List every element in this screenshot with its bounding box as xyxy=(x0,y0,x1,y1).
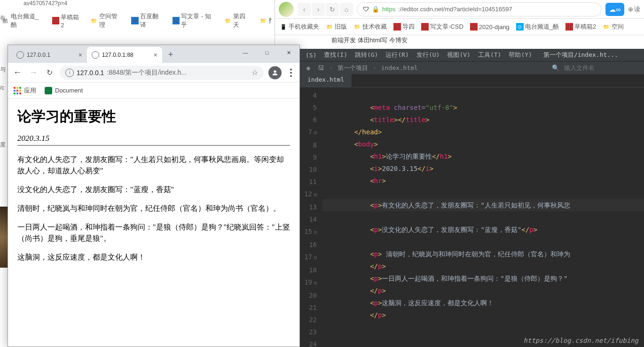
preview-icon[interactable]: ◉ xyxy=(305,64,312,72)
bookmark-item[interactable]: C草稿箱2 xyxy=(565,23,596,31)
pycharm-icon xyxy=(45,87,52,94)
chrome-toolbar: ← → ↻ i 127.0.0.1:8848/第一个项目/index.h... … xyxy=(8,63,299,83)
bookmark-item[interactable]: 📁空间管理 xyxy=(90,12,123,29)
avatar[interactable] xyxy=(279,2,294,17)
bg-bookmark-bar: 酷电台频道_酷 C草稿箱2 📁空间管理 译百度翻译 知写文章 - 知乎 📁第四天… xyxy=(0,15,275,26)
folder-icon: 📁 xyxy=(90,17,98,24)
paragraph: 这脑洞，这反应速度，都是文化人啊！ xyxy=(17,252,290,263)
line-gutter: 4 5 6 7⊟ 8 9 10 11 12⊟ 13 14 15⊟ 16 17⊟ … xyxy=(300,87,322,347)
bookmark-item[interactable]: 酷电台频道_酷 xyxy=(2,12,44,29)
folder-icon: 📁 xyxy=(353,23,361,31)
folder-icon: 📁 xyxy=(326,23,333,31)
apps-button[interactable]: 应用 xyxy=(14,86,36,95)
site-icon: C xyxy=(52,17,60,24)
editor-tab-strip: index.html xyxy=(300,74,644,87)
left-edge-clipped: 有 与 /c 度 xyxy=(0,14,8,347)
browser-tab[interactable]: 127.0.0.1 × xyxy=(12,47,87,63)
menu-item[interactable]: 视图(V) xyxy=(444,50,473,60)
forward-button[interactable]: › xyxy=(312,3,325,16)
paragraph: 有文化的人失恋了，发朋友圈写："人生若只如初见，何事秋风悲画扇。等闲变却故人心，… xyxy=(17,154,290,177)
address-bar[interactable]: i 127.0.0.1:8848/第一个项目/index.h... ☆ xyxy=(60,66,264,80)
bg-url-fragment: av45705742?p=4 xyxy=(24,0,67,7)
bookmark-item[interactable]: 📁第四天 xyxy=(225,12,251,29)
cloud-sync-icon[interactable]: ☁∞ xyxy=(605,3,624,16)
editor-breadcrumb-bar: ◉ 🖫 › 第一个项目 › index.html 🔍 xyxy=(300,61,644,74)
globe-icon xyxy=(16,51,24,59)
paragraph: 一日两人一起喝酒，和珅指着一条狗问："是狼（侍郎）是狗？"纪晓岚回答："上竖（尚… xyxy=(17,222,290,244)
address-bar[interactable]: 🛡 🔒 https://editor.csdn.net/md?articleId… xyxy=(357,2,602,16)
chrome-browser-window: 127.0.0.1 × 127.0.0.1:88 × + — □ ✕ ← → ↻… xyxy=(8,45,300,347)
menu-item[interactable]: 工具(T) xyxy=(475,50,504,60)
bookmark-item[interactable]: C导四 xyxy=(393,23,415,31)
bookmark-bar: 📱手机收藏夹 📁旧版 📁技术收藏 C导四 C写文章-CSD C2020-djan… xyxy=(275,19,644,35)
new-tab-button[interactable]: + xyxy=(164,48,177,61)
reload-button[interactable]: ↻ xyxy=(44,67,55,78)
menu-item[interactable]: 帮助(Y) xyxy=(506,50,534,60)
editor-menu-bar: (S) 查找(I) 跳转(G) 运行(R) 发行(U) 视图(V) 工具(T) … xyxy=(300,49,644,61)
bookmark-item[interactable]: 📁空间 xyxy=(603,23,624,31)
lock-icon: 🔒 xyxy=(372,6,379,13)
bookmark-item[interactable]: ⊙电台频道_酷 xyxy=(516,23,559,31)
code-area[interactable]: 4 5 6 7⊟ 8 9 10 11 12⊟ 13 14 15⊟ 16 17⊟ … xyxy=(300,87,644,347)
apps-grid-icon xyxy=(14,87,21,94)
close-window-button[interactable]: ✕ xyxy=(278,45,299,60)
menu-item[interactable]: 跳转(G) xyxy=(352,50,381,60)
home-button[interactable]: ⌂ xyxy=(340,3,353,16)
bookmark-item[interactable]: Document xyxy=(45,87,83,94)
site-icon: C xyxy=(393,23,401,31)
shield-icon: 🛡 xyxy=(363,6,369,13)
folder-icon: 📁 xyxy=(225,17,232,24)
bookmark-item[interactable]: 译百度翻译 xyxy=(131,12,164,29)
breadcrumb-item[interactable]: 第一个项目 xyxy=(338,64,368,72)
back-button[interactable]: ‹ xyxy=(298,3,311,16)
menu-item[interactable]: (S) xyxy=(303,51,319,60)
menu-item[interactable]: 运行(R) xyxy=(383,50,411,60)
page-date: 2020.3.15 xyxy=(17,134,290,143)
url-path: :8848/第一个项目/index.h... xyxy=(107,69,187,77)
menu-item[interactable]: 发行(U) xyxy=(414,50,442,60)
bookmark-item[interactable]: C2020-djang xyxy=(470,23,510,31)
reload-button[interactable]: ↻ xyxy=(326,3,339,16)
close-tab-icon[interactable]: × xyxy=(154,51,157,59)
site-info-icon[interactable]: i xyxy=(65,69,74,77)
bookmark-item[interactable]: C写文章-CSD xyxy=(421,23,463,31)
profile-button[interactable] xyxy=(268,66,282,79)
file-search-input[interactable] xyxy=(564,64,639,71)
editor-tab[interactable]: index.html xyxy=(300,74,352,87)
back-button[interactable]: ← xyxy=(12,67,23,78)
close-tab-icon[interactable]: × xyxy=(79,51,82,59)
code-text[interactable]: <meta charset="utf-8"> <title></title> <… xyxy=(322,87,644,347)
paragraph: 清朝时，纪晓岚与和珅同时在朝为官，纪任侍郎（官名）和珅为尚书（官名）。 xyxy=(17,203,290,214)
url-protocol: https xyxy=(382,6,395,13)
browser-tab-active[interactable]: 127.0.0.1:88 × xyxy=(87,47,162,63)
maximize-button[interactable]: □ xyxy=(256,45,278,60)
search-file-icon[interactable]: 🔍 xyxy=(552,64,559,72)
paragraph: 没文化的人失恋了，发朋友圈写："蓝瘦，香菇" xyxy=(17,184,290,195)
bg-image-fragment xyxy=(0,207,8,268)
bookmark-star-icon[interactable]: ☆ xyxy=(251,68,258,77)
site-icon: ⊙ xyxy=(516,23,524,31)
svg-point-0 xyxy=(274,70,276,72)
bookmark-item[interactable]: 知写文章 - 知乎 xyxy=(173,12,216,29)
folder-icon: 📁 xyxy=(259,17,267,24)
bookmark-item[interactable]: 📱手机收藏夹 xyxy=(280,23,319,31)
minimize-button[interactable]: — xyxy=(235,45,256,60)
code-editor: (S) 查找(I) 跳转(G) 运行(R) 发行(U) 视图(V) 工具(T) … xyxy=(300,49,644,347)
mobile-icon: 📱 xyxy=(280,23,287,31)
kebab-menu-button[interactable] xyxy=(286,69,296,77)
globe-icon xyxy=(92,51,99,59)
tab-title: 127.0.0.1 xyxy=(27,52,50,58)
site-icon: 知 xyxy=(173,17,180,24)
tab-title: 127.0.0.1:88 xyxy=(102,52,134,58)
bookmark-item[interactable]: 📁技术收藏 xyxy=(353,23,387,31)
bookmark-item[interactable]: C草稿箱2 xyxy=(52,13,82,29)
divider xyxy=(17,145,290,146)
menu-item[interactable]: 查找(I) xyxy=(321,50,350,60)
breadcrumb-item[interactable]: index.html xyxy=(381,64,418,71)
bookmark-item[interactable]: 📁扌 xyxy=(259,16,275,25)
chrome-tab-strip: 127.0.0.1 × 127.0.0.1:88 × + — □ ✕ xyxy=(8,45,299,63)
save-icon[interactable]: 🖫 xyxy=(317,64,324,72)
reader-mode[interactable]: ⊕读 xyxy=(628,5,640,14)
bg-tab-strip: 前端开发 体田html写 今博安 xyxy=(275,35,644,46)
bookmark-item[interactable]: 📁旧版 xyxy=(326,23,347,31)
